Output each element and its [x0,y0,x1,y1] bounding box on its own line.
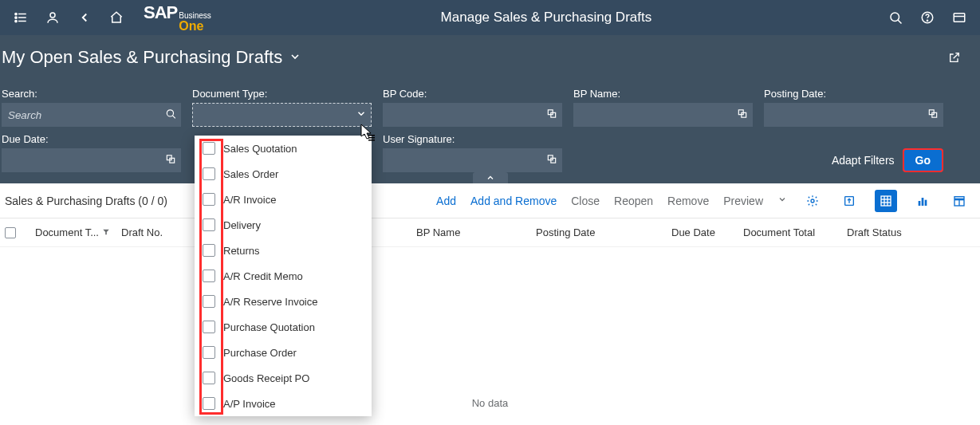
chevron-down-icon [289,50,301,63]
preview-button[interactable]: Preview [723,195,763,207]
grid-icon [880,195,892,207]
checkbox-icon[interactable] [203,218,215,231]
filter-search: Search: [2,88,181,127]
bp-code-input[interactable] [383,103,562,127]
checkbox-icon[interactable] [203,321,215,333]
adapt-filters-link[interactable]: Adapt Filters [832,154,895,167]
doc-type-option[interactable]: Sales Order [195,161,372,187]
doc-type-option[interactable]: Sales Quotation [195,136,372,161]
doc-type-option[interactable]: A/R Invoice [195,187,372,212]
svg-point-4 [15,20,17,22]
doc-type-option-label: Goods Receipt PO [223,372,309,384]
doc-type-option-label: Purchase Quotation [223,321,315,333]
chart-view-button[interactable] [911,190,934,212]
checkbox-icon[interactable] [203,397,215,410]
search-button[interactable] [881,3,910,32]
checkbox-icon[interactable] [203,270,215,282]
filter-doc-type: Document Type: [192,88,372,127]
column-bp-name[interactable]: BP Name [360,226,512,238]
user-signature-label: User Signature: [383,133,562,145]
search-input[interactable] [2,103,181,127]
menu-button[interactable] [6,3,35,32]
svg-point-25 [811,199,814,203]
share-icon [948,51,961,64]
no-data-text: No data [0,247,980,409]
svg-point-0 [15,13,17,14]
close-button[interactable]: Close [571,195,600,207]
column-draft-status[interactable]: Draft Status [839,226,935,238]
content-toolbar: Sales & Purchasing Drafts (0 / 0) Add Ad… [0,183,980,218]
due-date-input[interactable] [2,148,181,172]
doc-type-option[interactable]: Delivery [195,212,372,238]
help-icon [920,10,935,25]
export-icon [843,195,856,207]
home-button[interactable] [102,3,131,32]
layout-button[interactable] [948,190,970,212]
doc-type-option[interactable]: Returns [195,238,372,263]
go-button[interactable]: Go [903,148,943,172]
help-button[interactable] [913,3,942,32]
doc-type-option[interactable]: A/P Invoice [195,391,372,416]
checkbox-icon[interactable] [203,142,215,155]
checkbox-icon[interactable] [203,193,215,206]
user-signature-input[interactable] [383,148,562,172]
user-icon [45,10,60,25]
column-document-total[interactable]: Document Total [735,226,839,238]
doc-type-option[interactable]: Purchase Order [195,340,372,365]
collapse-filter-bar[interactable] [473,172,508,183]
checkbox-icon[interactable] [203,346,215,359]
column-doc-type[interactable]: Document T... [27,226,113,238]
checkbox-icon[interactable] [203,295,215,308]
export-button[interactable] [838,190,860,212]
add-button[interactable]: Add [436,195,456,207]
doc-type-option[interactable]: A/R Reserve Invoice [195,289,372,314]
doc-type-input[interactable] [192,103,372,127]
doc-type-label: Document Type: [192,88,372,100]
settings-button[interactable] [801,190,824,212]
column-posting-date[interactable]: Posting Date [512,226,640,238]
checkbox-icon[interactable] [203,244,215,257]
doc-type-dropdown[interactable]: Sales QuotationSales OrderA/R InvoiceDel… [195,136,372,416]
table-header: Document T... Draft No. le BP Name Posti… [0,218,980,247]
svg-rect-36 [954,196,964,199]
search-label: Search: [2,88,181,100]
back-button[interactable] [70,3,99,32]
svg-point-2 [15,17,17,18]
doc-type-option-label: A/R Credit Memo [223,270,303,282]
user-button[interactable] [38,3,67,32]
checkbox-icon[interactable] [203,372,215,384]
checkbox-icon[interactable] [203,167,215,180]
overflow-button[interactable] [945,3,974,32]
svg-point-6 [50,13,55,18]
filter-bp-name: BP Name: [573,88,753,127]
doc-type-option[interactable]: Purchase Quotation [195,314,372,340]
doc-type-option-label: Sales Quotation [223,143,297,155]
doc-type-option-label: Sales Order [223,168,278,180]
doc-type-option-label: A/R Reserve Invoice [223,296,318,308]
add-remove-button[interactable]: Add and Remove [470,195,557,207]
filter-actions: Adapt Filters Go [764,148,943,172]
preview-dropdown[interactable] [777,195,787,207]
bp-name-input[interactable] [573,103,753,127]
column-due-date[interactable]: Due Date [640,226,735,238]
variant-title[interactable]: My Open Sales & Purchasing Drafts [2,47,282,68]
svg-rect-11 [954,14,965,22]
table-view-button[interactable] [875,190,897,212]
table-actions: Add Add and Remove Close Reopen Remove P… [436,190,970,212]
share-button[interactable] [943,46,966,69]
filter-icon [102,228,110,238]
svg-rect-35 [925,199,927,205]
variant-dropdown[interactable] [289,50,301,65]
svg-rect-34 [922,198,924,206]
doc-type-option-label: Purchase Order [223,347,297,359]
due-date-label: Due Date: [2,133,181,145]
doc-type-option[interactable]: Goods Receipt PO [195,365,372,391]
posting-date-input[interactable] [764,103,943,127]
reopen-button[interactable]: Reopen [614,195,653,207]
select-all-checkbox[interactable] [5,227,27,238]
panel-icon [952,10,966,25]
remove-button[interactable]: Remove [667,195,709,207]
column-draft-no[interactable]: Draft No. [113,226,177,238]
doc-type-option[interactable]: A/R Credit Memo [195,263,372,289]
chevron-up-icon [486,173,495,183]
